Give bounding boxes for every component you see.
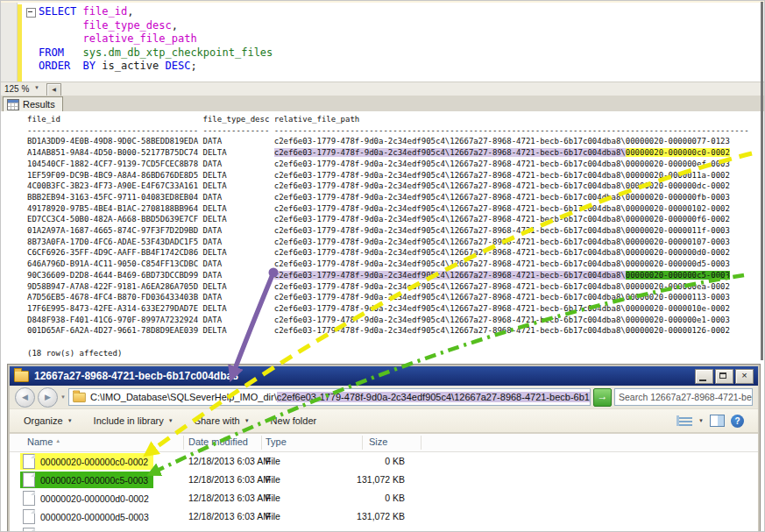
file-list: 00000020-000000c0-000212/18/2013 6:03 AM… bbox=[10, 452, 758, 532]
file-icon bbox=[23, 454, 35, 469]
column-header-type[interactable]: Type bbox=[266, 436, 287, 447]
screenshot-canvas: SELECT file_id, file_type_desc, relative… bbox=[0, 0, 765, 532]
file-list-header: Name▲ Date modified Type Size bbox=[10, 434, 758, 452]
file-type: File bbox=[266, 474, 280, 485]
results-row: 001D65AF-6A2A-4D27-9661-78D8D9EAE039 DEL… bbox=[27, 325, 749, 337]
sql-code[interactable]: SELECT file_id, file_type_desc, relative… bbox=[39, 5, 273, 74]
results-row: 8B73A0FA-17D0-4FC6-ADAE-53F43DADC1F5 DAT… bbox=[27, 237, 749, 248]
window-controls: × bbox=[695, 369, 754, 384]
file-size: 0 KB bbox=[334, 456, 405, 466]
window-title: 12667a27-8968-4721-becb-6b17c004dba8 bbox=[34, 370, 690, 382]
toolbar-new-folder[interactable]: New folder bbox=[271, 415, 317, 426]
results-row: 01A2A97A-1687-4665-874C-97F3F7D2D9BD DAT… bbox=[27, 225, 749, 237]
tab-results[interactable]: Results bbox=[3, 96, 63, 111]
go-refresh-button[interactable]: → bbox=[593, 388, 612, 407]
explorer-toolbar: Organize▼ Include in library▼ Share with… bbox=[10, 408, 758, 433]
editor-right-scrollbar[interactable] bbox=[761, 2, 763, 360]
editor-indicator-margin bbox=[1, 3, 18, 83]
help-icon[interactable]: ? bbox=[731, 415, 744, 428]
file-icon bbox=[23, 509, 35, 524]
code-line: SELECT file_id, bbox=[39, 5, 273, 19]
results-separator-row: ------------------------------------ ---… bbox=[27, 125, 749, 137]
change-tracking-bar bbox=[18, 4, 22, 82]
folder-icon bbox=[14, 371, 29, 382]
code-collapse-icon[interactable] bbox=[26, 8, 36, 18]
file-size: 131,072 KB bbox=[334, 511, 405, 521]
results-blank-line bbox=[27, 337, 749, 348]
file-type: File bbox=[266, 456, 280, 466]
toolbar-share-with[interactable]: Share with▼ bbox=[195, 415, 250, 426]
preview-pane-icon[interactable] bbox=[710, 415, 725, 427]
file-name: 00000020-000000d0-0002 bbox=[40, 493, 149, 504]
hscroll-left-button[interactable]: ◀ bbox=[46, 83, 61, 96]
file-list-area: Name▲ Date modified Type Size 00000020-0… bbox=[10, 433, 758, 532]
column-header-name[interactable]: Name▲ bbox=[27, 436, 60, 447]
results-row: 4C00B3FC-3B23-4F73-A90E-E4F67C33A161 DEL… bbox=[27, 181, 749, 192]
change-view-icon[interactable] bbox=[676, 415, 692, 426]
column-header-size[interactable]: Size bbox=[369, 436, 387, 447]
chevron-down-icon[interactable]: ▼ bbox=[34, 85, 39, 90]
address-input[interactable]: C:\IMO_Database\SQLSeverHelp_IMO_dir\c2e… bbox=[68, 388, 591, 406]
code-line: FROM sys.dm_db_xtp_checkpoint_files bbox=[39, 46, 273, 60]
results-grid-icon bbox=[7, 99, 19, 110]
results-row: 646A796D-B91A-4C11-9050-C854FF13CDBC DAT… bbox=[27, 259, 749, 270]
search-text: Search 12667a27-8968-4721-becb-6b... bbox=[619, 392, 753, 402]
history-dropdown-icon[interactable]: ▼ bbox=[60, 394, 66, 400]
file-date-modified: 12/18/2013 6:03 AM bbox=[188, 474, 271, 485]
results-row: 90C36609-D2D8-4644-B469-6BD73DCCBD99 DAT… bbox=[27, 270, 749, 281]
sql-editor-pane: SELECT file_id, file_type_desc, relative… bbox=[1, 1, 764, 83]
results-row: BD1A3DD9-4E0B-49D8-9D0C-58BEDD819EDA DAT… bbox=[27, 136, 749, 147]
explorer-window: 12667a27-8968-4721-becb-6b17c004dba8 × ◀… bbox=[8, 365, 760, 532]
results-row: 49178920-97B5-4BE4-B1AC-2708188BB964 DEL… bbox=[27, 203, 749, 215]
explorer-titlebar[interactable]: 12667a27-8968-4721-becb-6b17c004dba8 × bbox=[10, 366, 758, 386]
results-header-row: file_id file_type_desc relative_file_pat… bbox=[27, 114, 749, 125]
toolbar-organize[interactable]: Organize▼ bbox=[24, 415, 73, 426]
results-row: A14AB851-9A84-4D50-B000-52177B75DC74 DEL… bbox=[27, 147, 749, 159]
file-type: File bbox=[266, 493, 280, 503]
file-type: File bbox=[266, 511, 280, 521]
results-row: 17F6E995-8473-42FE-A314-633E279DAD7E DEL… bbox=[27, 303, 749, 315]
file-icon bbox=[23, 491, 35, 506]
file-date-modified: 12/18/2013 6:03 AM bbox=[188, 493, 271, 503]
forward-button[interactable]: ▶ bbox=[38, 387, 58, 408]
explorer-addressbar: ◀ ▶ ▼ C:\IMO_Database\SQLSeverHelp_IMO_d… bbox=[10, 386, 758, 408]
results-row: 9D58B947-A7A8-422F-9181-A6EA286A705D DEL… bbox=[27, 281, 749, 293]
file-size: 131,072 KB bbox=[334, 474, 405, 485]
chevron-down-icon: ▼ bbox=[168, 418, 174, 423]
results-row: C6CF6926-35FF-4D9C-AAFF-BB4F1742CD86 DEL… bbox=[27, 247, 749, 259]
results-row: BBB2EB94-3163-45FC-9711-04083ED8EB04 DAT… bbox=[27, 192, 749, 203]
back-button[interactable]: ◀ bbox=[15, 387, 35, 408]
results-row: A7D56EB5-4678-4FC4-B870-FD036433403B DAT… bbox=[27, 292, 749, 303]
results-text: file_id file_type_desc relative_file_pat… bbox=[27, 114, 749, 358]
rows-affected-message: (18 row(s) affected) bbox=[27, 348, 749, 359]
column-header-date-modified[interactable]: Date modified bbox=[188, 436, 248, 447]
file-row[interactable]: 00000020-000000c0-000212/18/2013 6:03 AM… bbox=[10, 452, 758, 471]
file-row[interactable]: 00000020-000000d0-000212/18/2013 6:03 AM… bbox=[10, 489, 758, 507]
zoom-level[interactable]: 125 % bbox=[4, 84, 29, 94]
file-row[interactable]: 00000020-000000d5-000312/18/2013 6:03 AM… bbox=[10, 507, 758, 526]
close-button[interactable]: × bbox=[735, 369, 754, 384]
file-size: 0 KB bbox=[334, 493, 405, 503]
chevron-down-icon: ▼ bbox=[67, 418, 73, 423]
code-line: ORDER BY is_active DESC; bbox=[39, 60, 273, 74]
results-row: 104540CF-1882-4CF7-9139-7CD5FCEC8B78 DAT… bbox=[27, 159, 749, 170]
file-row[interactable]: 00000020-000000c5-000312/18/2013 6:03 AM… bbox=[10, 471, 758, 489]
maximize-button[interactable] bbox=[715, 369, 733, 384]
file-row[interactable]: 00000020-000000dc-000212/18/2013 6:03 AM… bbox=[10, 526, 758, 532]
results-row: 1EF59F09-DC9B-4BC9-A8A4-86BD676DE8D5 DEL… bbox=[27, 170, 749, 181]
results-row: D848F938-F401-41C6-970F-8997A7232924 DAT… bbox=[27, 315, 749, 326]
sort-asc-icon: ▲ bbox=[55, 438, 60, 443]
minimize-button[interactable] bbox=[695, 369, 713, 384]
address-folder-icon bbox=[73, 392, 85, 401]
file-icon bbox=[23, 528, 35, 532]
file-name: 00000020-000000c5-0003 bbox=[40, 475, 148, 486]
search-input[interactable]: Search 12667a27-8968-4721-becb-6b... bbox=[614, 388, 753, 406]
results-tab-strip: Results bbox=[1, 96, 764, 111]
file-date-modified: 12/18/2013 6:03 AM bbox=[188, 456, 271, 466]
view-dropdown-icon[interactable]: ▼ bbox=[698, 418, 704, 423]
file-date-modified: 12/18/2013 6:03 AM bbox=[188, 511, 271, 521]
file-icon bbox=[23, 472, 35, 487]
results-row: ED7CC3C4-50B0-482A-A668-BBD5D639E7CF DEL… bbox=[27, 214, 749, 225]
toolbar-include-in-library[interactable]: Include in library▼ bbox=[94, 415, 174, 426]
code-line: relative_file_path bbox=[39, 32, 273, 46]
